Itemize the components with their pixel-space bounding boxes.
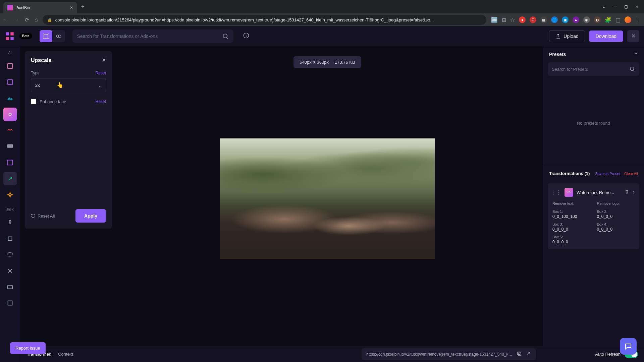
bottom-bar: Transformed Context https://cdn.pixelbin… [20, 346, 543, 362]
star-icon[interactable]: ☆ [510, 17, 515, 23]
svg-rect-17 [7, 286, 12, 289]
open-icon[interactable] [526, 351, 531, 357]
presets-title: Presets [549, 52, 566, 57]
rail-item[interactable] [3, 248, 17, 261]
rail-item[interactable] [3, 108, 17, 121]
forward-icon[interactable]: → [14, 17, 19, 23]
reload-icon[interactable]: ⟳ [25, 17, 29, 23]
tab-close-icon[interactable]: ✕ [70, 5, 73, 10]
close-window-icon[interactable]: ✕ [635, 4, 639, 9]
canvas: 640px X 360px 173.76 KB [112, 46, 543, 362]
report-issue-label: Report Issue [15, 346, 40, 351]
rail-item[interactable] [3, 296, 17, 310]
close-button[interactable]: ✕ [627, 30, 639, 42]
favicon-icon [7, 5, 13, 10]
dimensions-text: 640px X 360px [300, 60, 329, 65]
right-sidebar: Presets ⌃ No presets found Transformatio… [543, 46, 644, 362]
minimize-icon[interactable]: — [613, 4, 617, 9]
new-tab-button[interactable]: + [77, 4, 88, 10]
svg-rect-9 [7, 64, 12, 69]
presets-search-input[interactable] [552, 67, 629, 72]
url-field[interactable]: 🔒 console.pixelbin.io/organization/21526… [43, 15, 486, 25]
install-icon[interactable]: ⊞ [502, 17, 506, 23]
addon-mode-button[interactable] [52, 30, 65, 42]
ext-icon[interactable]: ◐ [594, 16, 601, 23]
rail-item[interactable] [3, 216, 17, 229]
ext-icon[interactable]: ◉ [583, 16, 590, 23]
back-icon[interactable]: ← [3, 17, 9, 23]
svg-rect-13 [7, 146, 12, 147]
reset-all-button[interactable]: Reset All [31, 214, 55, 219]
rail-item[interactable] [3, 264, 17, 278]
search-icon[interactable] [222, 33, 229, 40]
translate-icon[interactable]: 🔤 [491, 17, 498, 23]
upload-button[interactable]: Upload [549, 30, 585, 42]
report-issue-button[interactable]: Report Issue [10, 342, 46, 354]
beta-badge: Beta [19, 33, 32, 39]
download-button[interactable]: Download [589, 31, 623, 42]
rail-item-upscale[interactable] [3, 172, 17, 185]
ext-icon[interactable]: 🌐 [551, 16, 558, 23]
app-header: Beta Upload Download ✕ [0, 26, 644, 46]
info-icon[interactable] [243, 32, 250, 40]
pixelbin-logo[interactable] [5, 31, 15, 41]
panel-close-icon[interactable]: ✕ [102, 57, 106, 63]
browser-tab[interactable]: PixelBin ✕ [3, 2, 77, 13]
drag-handle-icon[interactable]: ⋮⋮ [550, 189, 561, 196]
tab-context[interactable]: Context [58, 352, 73, 357]
profile-avatar[interactable] [625, 16, 631, 23]
apply-button[interactable]: Apply [75, 209, 106, 223]
svg-rect-4 [44, 34, 48, 38]
search-input[interactable] [77, 34, 219, 39]
type-select[interactable]: 2x 👆 ⌄ [31, 78, 106, 92]
chat-bubble[interactable] [620, 338, 637, 355]
clear-all-link[interactable]: Clear All [624, 172, 638, 176]
transform-mode-button[interactable] [40, 30, 52, 42]
chevron-down-icon[interactable]: ⌄ [602, 4, 605, 9]
rail-item[interactable] [3, 280, 17, 294]
chevron-right-icon[interactable]: › [633, 189, 635, 196]
search-icon[interactable] [629, 66, 635, 72]
output-url: https://cdn.pixelbin.io/v2/tutkit/wm.rem… [366, 352, 513, 357]
extensions-icon[interactable]: 🧩 [605, 17, 611, 23]
rail-item[interactable] [3, 59, 17, 73]
maximize-icon[interactable]: ▢ [624, 4, 628, 9]
copy-icon[interactable] [517, 351, 522, 357]
chevron-up-icon[interactable]: ⌃ [634, 52, 638, 57]
image-preview[interactable] [220, 138, 435, 259]
rail-item[interactable] [3, 232, 17, 245]
reset-all-label: Reset All [38, 214, 55, 219]
ext-icon[interactable]: ▦ [540, 16, 547, 23]
sidepanel-icon[interactable]: ◫ [615, 17, 621, 23]
type-reset-link[interactable]: Reset [96, 71, 106, 75]
rail-item[interactable] [3, 75, 17, 89]
tab-title: PixelBin [15, 5, 30, 10]
type-label: Type [31, 71, 40, 75]
ext-icon[interactable]: G [530, 16, 536, 23]
search-box[interactable] [72, 29, 233, 43]
rail-item[interactable] [3, 92, 17, 105]
rail-section-ai: AI [8, 51, 11, 55]
rail-item[interactable] [3, 140, 17, 153]
home-icon[interactable]: ⌂ [35, 17, 38, 23]
rail-item[interactable] [3, 124, 17, 137]
rail-item[interactable] [3, 156, 17, 169]
svg-point-7 [223, 34, 227, 38]
ext-icon[interactable]: ● [519, 16, 526, 23]
rail-item[interactable] [3, 188, 17, 201]
dimensions-badge: 640px X 360px 173.76 KB [293, 56, 361, 68]
enhance-reset-link[interactable]: Reset [96, 99, 106, 104]
filesize-text: 173.76 KB [335, 60, 355, 65]
save-preset-link[interactable]: Save as Preset [595, 172, 620, 176]
ext-icon[interactable]: ▲ [573, 16, 579, 23]
menu-icon[interactable]: ⋮ [635, 17, 641, 23]
presets-search[interactable] [548, 62, 639, 76]
ext-icon[interactable]: ▣ [562, 16, 569, 23]
lock-icon: 🔒 [47, 18, 52, 22]
apply-label: Apply [84, 213, 97, 219]
cursor-icon: 👆 [57, 82, 63, 88]
delete-icon[interactable] [624, 189, 630, 196]
svg-rect-10 [7, 80, 12, 85]
enhance-face-checkbox[interactable] [31, 99, 36, 104]
transform-card: ⋮⋮ Watermark Remo... › Remove text: Remo… [548, 183, 639, 249]
